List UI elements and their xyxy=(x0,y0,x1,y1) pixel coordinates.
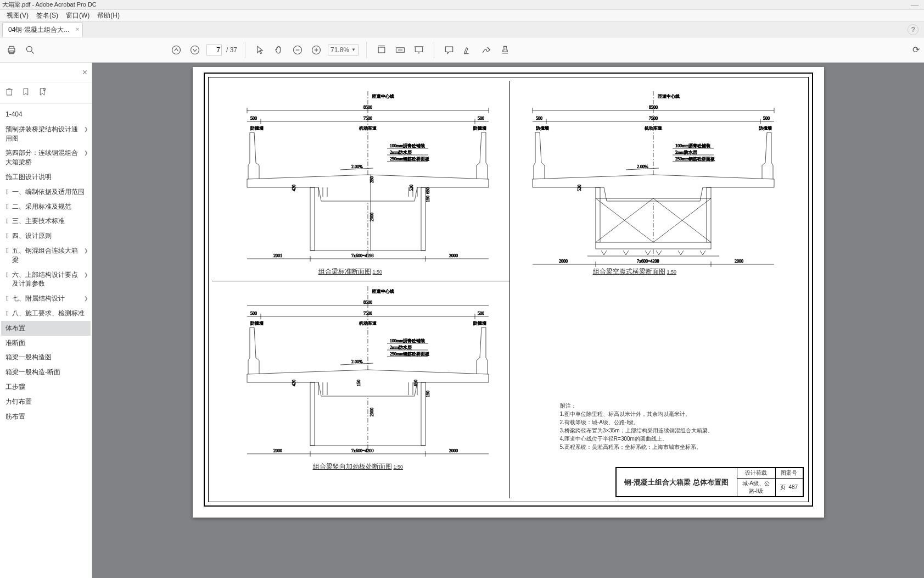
svg-text:2000: 2000 xyxy=(369,408,374,416)
bookmark-item[interactable]: ▯二、采用标准及规范 xyxy=(1,199,91,214)
bookmark-item[interactable]: 箱梁一般构造图 xyxy=(1,350,91,365)
bookmarks-panel: × 1-404 预制拼装桥梁结构设计通用图❯第四部分：连续钢混组合大箱梁桥❯施工… xyxy=(0,63,92,578)
document-tab[interactable]: 04钢-混凝土组合大... × xyxy=(2,23,83,37)
print-icon[interactable] xyxy=(4,43,19,57)
presentation-icon[interactable] xyxy=(412,43,426,57)
window-minimize-icon[interactable]: — xyxy=(911,0,924,9)
svg-marker-7 xyxy=(257,46,262,53)
svg-rect-97 xyxy=(707,187,711,242)
svg-text:7500: 7500 xyxy=(363,116,372,121)
svg-text:2.00%: 2.00% xyxy=(351,164,363,169)
svg-text:100mm沥青砼铺装: 100mm沥青砼铺装 xyxy=(390,143,425,148)
new-bookmark-icon[interactable] xyxy=(21,87,31,99)
separator xyxy=(434,42,434,58)
zoom-tool-icon[interactable] xyxy=(23,43,37,57)
bookmark-item[interactable]: ▯七、附属结构设计❯ xyxy=(1,291,91,306)
bookmark-item[interactable]: 体布置 xyxy=(1,321,91,336)
svg-text:防撞墙: 防撞墙 xyxy=(250,126,264,131)
tab-close-icon[interactable]: × xyxy=(76,26,79,32)
bookmark-item[interactable]: 箱梁一般构造-断面 xyxy=(1,365,91,380)
cross-section-standard: 匝道中心线 8500 500 7500 500 防撞墙 机动车道 防撞墙 10 xyxy=(231,91,505,273)
section-title-stiffener: 组合梁竖向加劲板处断面图1:50 xyxy=(313,462,404,471)
bookmark-star-icon[interactable] xyxy=(37,87,47,99)
svg-text:防撞墙: 防撞墙 xyxy=(759,126,772,131)
bookmark-item[interactable]: 施工图设计说明 xyxy=(1,170,91,185)
bookmark-label: 筋布置 xyxy=(5,412,25,421)
svg-text:7x600=4198: 7x600=4198 xyxy=(351,253,374,258)
bookmark-item[interactable]: 预制拼装桥梁结构设计通用图❯ xyxy=(1,122,91,146)
svg-text:防撞墙: 防撞墙 xyxy=(473,321,486,326)
page-up-icon[interactable] xyxy=(169,43,183,57)
svg-rect-23 xyxy=(7,90,12,95)
separator xyxy=(366,42,367,58)
page-down-icon[interactable] xyxy=(188,43,202,57)
bookmark-label: 六、上部结构设计要点及计算参数 xyxy=(12,270,81,289)
bookmark-icon: ▯ xyxy=(5,231,9,240)
bookmark-label: 八、施工要求、检测标准 xyxy=(12,309,85,318)
comment-icon[interactable] xyxy=(442,43,456,57)
svg-text:2mm防水层: 2mm防水层 xyxy=(390,345,412,350)
bookmark-item[interactable]: ▯四、设计原则 xyxy=(1,229,91,243)
svg-text:650: 650 xyxy=(413,380,418,386)
fit-width-icon[interactable] xyxy=(374,43,389,57)
bookmark-item[interactable]: 准断面 xyxy=(1,336,91,351)
svg-text:250: 250 xyxy=(369,176,374,183)
bookmark-item[interactable]: ▯五、钢混组合连续大箱梁❯ xyxy=(1,243,91,268)
title-block: 钢-混凝土组合大箱梁 总体布置图 设计荷载 图案号 城-A级、公路-I级 页 4… xyxy=(615,467,804,497)
section-title-standard: 组合梁标准断面图1:50 xyxy=(318,267,383,276)
bookmark-item[interactable]: ▯一、编制依据及适用范围 xyxy=(1,185,91,199)
svg-text:2mm防水层: 2mm防水层 xyxy=(675,150,697,155)
menu-sign[interactable]: 签名(S) xyxy=(36,11,58,20)
bookmark-item[interactable]: 力钉布置 xyxy=(1,394,91,409)
svg-text:500: 500 xyxy=(250,116,257,121)
panel-close-icon[interactable]: × xyxy=(82,68,87,77)
trash-icon[interactable] xyxy=(4,87,14,99)
bookmark-icon: ▯ xyxy=(5,309,9,317)
menu-view[interactable]: 视图(V) xyxy=(7,11,29,20)
bookmark-item[interactable]: 第四部分：连续钢混组合大箱梁桥❯ xyxy=(1,146,91,170)
svg-point-5 xyxy=(172,46,181,54)
bookmark-item[interactable]: 1-404 xyxy=(1,107,91,122)
separator xyxy=(245,42,245,58)
svg-text:2000: 2000 xyxy=(559,259,568,264)
bookmark-item[interactable]: 筋布置 xyxy=(1,409,91,424)
svg-text:500: 500 xyxy=(478,116,484,121)
svg-text:2.00%: 2.00% xyxy=(637,164,648,169)
zoom-in-icon[interactable] xyxy=(309,43,323,57)
document-viewport[interactable]: 匝道中心线 8500 500 7500 500 防撞墙 机动车道 防撞墙 10 xyxy=(92,63,924,578)
menu-help[interactable]: 帮助(H) xyxy=(97,11,120,20)
right-tool-icon[interactable]: ⟳ xyxy=(912,45,920,55)
pointer-tool-icon[interactable] xyxy=(253,43,267,57)
document-tabs: 04钢-混凝土组合大... × ? xyxy=(0,22,924,37)
hand-tool-icon[interactable] xyxy=(272,43,286,57)
chevron-right-icon: ❯ xyxy=(84,246,88,254)
svg-text:420: 420 xyxy=(292,380,296,386)
zoom-out-icon[interactable] xyxy=(290,43,305,57)
bookmark-icon: ▯ xyxy=(5,270,9,279)
menubar: 视图(V) 签名(S) 窗口(W) 帮助(H) xyxy=(0,10,924,22)
stamp-icon[interactable] xyxy=(498,43,512,57)
svg-text:500: 500 xyxy=(536,116,542,121)
svg-text:150: 150 xyxy=(356,380,361,386)
highlight-icon[interactable] xyxy=(461,43,475,57)
bookmark-item[interactable]: ▯三、主要技术标准 xyxy=(1,214,91,229)
zoom-level-display[interactable]: 71.8%▼ xyxy=(328,45,359,55)
page-number-input[interactable] xyxy=(206,45,222,55)
svg-text:2000: 2000 xyxy=(735,259,743,264)
page-total-label: / 37 xyxy=(226,46,237,54)
bookmark-item[interactable]: ▯六、上部结构设计要点及计算参数❯ xyxy=(1,268,91,292)
fit-page-icon[interactable] xyxy=(393,43,407,57)
svg-text:匝道中心线: 匝道中心线 xyxy=(372,289,394,294)
bookmark-list: 1-404 预制拼装桥梁结构设计通用图❯第四部分：连续钢混组合大箱梁桥❯施工图设… xyxy=(0,104,92,427)
svg-rect-53 xyxy=(421,187,425,251)
menu-window[interactable]: 窗口(W) xyxy=(66,11,89,20)
help-icon[interactable]: ? xyxy=(908,24,919,35)
svg-text:500: 500 xyxy=(250,311,257,316)
bookmark-item[interactable]: 工步骤 xyxy=(1,380,91,394)
signature-icon[interactable] xyxy=(479,43,494,57)
bookmark-item[interactable]: ▯八、施工要求、检测标准 xyxy=(1,306,91,321)
window-title: 大箱梁.pdf - Adobe Acrobat Pro DC xyxy=(2,0,97,9)
bookmark-icon: ▯ xyxy=(5,216,9,225)
pdf-page: 匝道中心线 8500 500 7500 500 防撞墙 机动车道 防撞墙 10 xyxy=(193,67,824,518)
svg-text:匝道中心线: 匝道中心线 xyxy=(372,94,394,99)
